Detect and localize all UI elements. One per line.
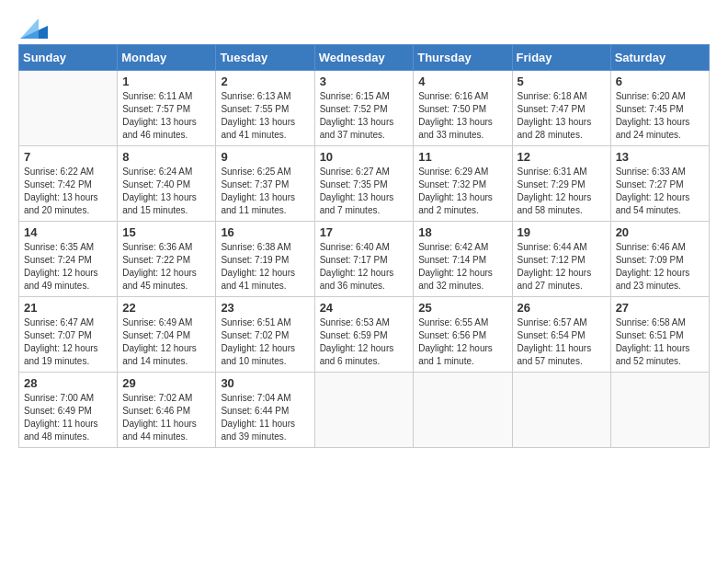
day-number: 24: [320, 301, 409, 315]
day-info: Sunrise: 6:27 AMSunset: 7:35 PMDaylight:…: [320, 166, 409, 217]
day-number: 10: [320, 150, 409, 164]
calendar-day-cell: 8Sunrise: 6:24 AMSunset: 7:40 PMDaylight…: [118, 146, 216, 222]
calendar-day-cell: 9Sunrise: 6:25 AMSunset: 7:37 PMDaylight…: [216, 146, 314, 222]
calendar-day-cell: 28Sunrise: 7:00 AMSunset: 6:49 PMDayligh…: [19, 373, 118, 448]
day-number: 14: [24, 225, 112, 239]
calendar-day-cell: 29Sunrise: 7:02 AMSunset: 6:46 PMDayligh…: [118, 373, 216, 448]
day-info: Sunrise: 6:18 AMSunset: 7:47 PMDaylight:…: [518, 90, 606, 142]
calendar-day-cell: 27Sunrise: 6:58 AMSunset: 6:51 PMDayligh…: [610, 297, 709, 373]
day-of-week-header: Monday: [118, 45, 216, 71]
calendar-day-cell: [610, 373, 709, 448]
calendar-day-cell: 4Sunrise: 6:16 AMSunset: 7:50 PMDaylight…: [414, 71, 512, 146]
day-number: 19: [518, 225, 606, 239]
day-number: 22: [122, 301, 210, 315]
calendar-day-cell: 26Sunrise: 6:57 AMSunset: 6:54 PMDayligh…: [512, 297, 610, 373]
day-info: Sunrise: 6:57 AMSunset: 6:54 PMDaylight:…: [518, 316, 606, 368]
day-number: 11: [418, 150, 506, 164]
day-number: 20: [616, 225, 704, 239]
day-number: 5: [518, 75, 606, 88]
day-number: 17: [320, 225, 409, 239]
calendar-day-cell: 21Sunrise: 6:47 AMSunset: 7:07 PMDayligh…: [19, 297, 118, 373]
calendar-day-cell: 23Sunrise: 6:51 AMSunset: 7:02 PMDayligh…: [216, 297, 314, 373]
day-of-week-header: Thursday: [414, 45, 512, 71]
day-number: 8: [122, 150, 210, 164]
day-number: 27: [616, 301, 704, 315]
calendar-day-cell: 25Sunrise: 6:55 AMSunset: 6:56 PMDayligh…: [414, 297, 512, 373]
day-number: 26: [518, 301, 606, 315]
calendar-day-cell: 10Sunrise: 6:27 AMSunset: 7:35 PMDayligh…: [314, 146, 414, 222]
calendar-table: SundayMondayTuesdayWednesdayThursdayFrid…: [18, 44, 710, 448]
day-of-week-header: Friday: [512, 45, 610, 71]
day-number: 18: [418, 225, 506, 239]
day-info: Sunrise: 6:13 AMSunset: 7:55 PMDaylight:…: [221, 90, 309, 142]
day-info: Sunrise: 6:42 AMSunset: 7:14 PMDaylight:…: [418, 241, 506, 293]
calendar-day-cell: 11Sunrise: 6:29 AMSunset: 7:32 PMDayligh…: [414, 146, 512, 222]
calendar-day-cell: 17Sunrise: 6:40 AMSunset: 7:17 PMDayligh…: [314, 222, 414, 297]
logo-icon: [20, 18, 48, 39]
day-number: 16: [221, 225, 309, 239]
svg-marker-1: [20, 18, 39, 39]
day-info: Sunrise: 6:36 AMSunset: 7:22 PMDaylight:…: [122, 241, 210, 293]
day-info: Sunrise: 7:00 AMSunset: 6:49 PMDaylight:…: [24, 392, 112, 443]
day-info: Sunrise: 7:02 AMSunset: 6:46 PMDaylight:…: [122, 392, 210, 443]
calendar-day-cell: [19, 71, 118, 146]
day-number: 12: [518, 150, 606, 164]
day-number: 30: [221, 376, 309, 390]
logo: [18, 18, 48, 35]
day-of-week-header: Tuesday: [216, 45, 314, 71]
day-of-week-header: Sunday: [19, 45, 118, 71]
day-info: Sunrise: 6:46 AMSunset: 7:09 PMDaylight:…: [616, 241, 704, 293]
day-number: 13: [616, 150, 704, 164]
calendar-day-cell: [314, 373, 414, 448]
day-info: Sunrise: 6:33 AMSunset: 7:27 PMDaylight:…: [616, 166, 704, 217]
calendar-day-cell: [512, 373, 610, 448]
day-number: 15: [122, 225, 210, 239]
calendar-week-row: 28Sunrise: 7:00 AMSunset: 6:49 PMDayligh…: [19, 373, 710, 448]
day-info: Sunrise: 6:29 AMSunset: 7:32 PMDaylight:…: [418, 166, 506, 217]
day-number: 7: [24, 150, 112, 164]
day-info: Sunrise: 6:31 AMSunset: 7:29 PMDaylight:…: [518, 166, 606, 217]
calendar-day-cell: 1Sunrise: 6:11 AMSunset: 7:57 PMDaylight…: [118, 71, 216, 146]
calendar-day-cell: 5Sunrise: 6:18 AMSunset: 7:47 PMDaylight…: [512, 71, 610, 146]
day-info: Sunrise: 6:16 AMSunset: 7:50 PMDaylight:…: [418, 90, 506, 142]
day-info: Sunrise: 6:15 AMSunset: 7:52 PMDaylight:…: [320, 90, 409, 142]
calendar-day-cell: 7Sunrise: 6:22 AMSunset: 7:42 PMDaylight…: [19, 146, 118, 222]
day-number: 9: [221, 150, 309, 164]
day-info: Sunrise: 6:58 AMSunset: 6:51 PMDaylight:…: [616, 316, 704, 368]
day-of-week-header: Wednesday: [314, 45, 414, 71]
calendar-day-cell: 24Sunrise: 6:53 AMSunset: 6:59 PMDayligh…: [314, 297, 414, 373]
day-number: 2: [221, 75, 309, 88]
day-info: Sunrise: 6:51 AMSunset: 7:02 PMDaylight:…: [221, 316, 309, 368]
day-number: 4: [418, 75, 506, 88]
day-info: Sunrise: 6:44 AMSunset: 7:12 PMDaylight:…: [518, 241, 606, 293]
calendar-day-cell: 14Sunrise: 6:35 AMSunset: 7:24 PMDayligh…: [19, 222, 118, 297]
day-info: Sunrise: 6:49 AMSunset: 7:04 PMDaylight:…: [122, 316, 210, 368]
calendar-week-row: 21Sunrise: 6:47 AMSunset: 7:07 PMDayligh…: [19, 297, 710, 373]
calendar-day-cell: 12Sunrise: 6:31 AMSunset: 7:29 PMDayligh…: [512, 146, 610, 222]
day-info: Sunrise: 6:55 AMSunset: 6:56 PMDaylight:…: [418, 316, 506, 368]
calendar-day-cell: [414, 373, 512, 448]
day-info: Sunrise: 6:20 AMSunset: 7:45 PMDaylight:…: [616, 90, 704, 142]
day-info: Sunrise: 6:38 AMSunset: 7:19 PMDaylight:…: [221, 241, 309, 293]
calendar-day-cell: 13Sunrise: 6:33 AMSunset: 7:27 PMDayligh…: [610, 146, 709, 222]
calendar-day-cell: 15Sunrise: 6:36 AMSunset: 7:22 PMDayligh…: [118, 222, 216, 297]
day-info: Sunrise: 6:25 AMSunset: 7:37 PMDaylight:…: [221, 166, 309, 217]
calendar-day-cell: 6Sunrise: 6:20 AMSunset: 7:45 PMDaylight…: [610, 71, 709, 146]
day-of-week-header: Saturday: [610, 45, 709, 71]
calendar-header-row: SundayMondayTuesdayWednesdayThursdayFrid…: [19, 45, 710, 71]
calendar-day-cell: 30Sunrise: 7:04 AMSunset: 6:44 PMDayligh…: [216, 373, 314, 448]
calendar-day-cell: 22Sunrise: 6:49 AMSunset: 7:04 PMDayligh…: [118, 297, 216, 373]
day-info: Sunrise: 6:22 AMSunset: 7:42 PMDaylight:…: [24, 166, 112, 217]
day-info: Sunrise: 6:11 AMSunset: 7:57 PMDaylight:…: [122, 90, 210, 142]
calendar-day-cell: 16Sunrise: 6:38 AMSunset: 7:19 PMDayligh…: [216, 222, 314, 297]
day-info: Sunrise: 6:53 AMSunset: 6:59 PMDaylight:…: [320, 316, 409, 368]
day-number: 21: [24, 301, 112, 315]
day-info: Sunrise: 6:35 AMSunset: 7:24 PMDaylight:…: [24, 241, 112, 293]
day-number: 23: [221, 301, 309, 315]
day-info: Sunrise: 6:47 AMSunset: 7:07 PMDaylight:…: [24, 316, 112, 368]
day-info: Sunrise: 7:04 AMSunset: 6:44 PMDaylight:…: [221, 392, 309, 443]
calendar-day-cell: 20Sunrise: 6:46 AMSunset: 7:09 PMDayligh…: [610, 222, 709, 297]
calendar-day-cell: 3Sunrise: 6:15 AMSunset: 7:52 PMDaylight…: [314, 71, 414, 146]
day-info: Sunrise: 6:40 AMSunset: 7:17 PMDaylight:…: [320, 241, 409, 293]
calendar-day-cell: 18Sunrise: 6:42 AMSunset: 7:14 PMDayligh…: [414, 222, 512, 297]
